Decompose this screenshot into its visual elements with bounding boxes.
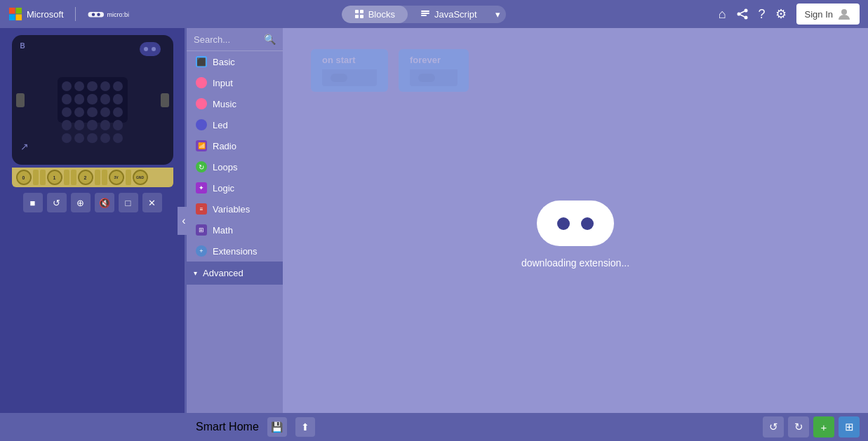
home-button[interactable]: ⌂	[719, 7, 726, 22]
sidebar-item-extensions[interactable]: + Extensions	[187, 240, 283, 262]
svg-text:micro:bit: micro:bit	[107, 11, 129, 18]
pin-2[interactable]: 2	[78, 170, 93, 185]
svg-line-18	[740, 11, 745, 13]
led-2-3	[100, 107, 110, 117]
pin-3v[interactable]: 3V	[109, 170, 124, 185]
pin-gnd-label: GND	[136, 175, 144, 179]
sidebar-item-math-label: Math	[213, 225, 233, 236]
sidebar-collapse-button[interactable]: ‹	[178, 207, 190, 235]
bottom-bar: Smart Home 💾 ⬆ ↺ ↻ + ⊞	[0, 413, 868, 441]
sidebar-item-music[interactable]: Music	[187, 93, 283, 114]
sidebar-item-input[interactable]: Input	[187, 72, 283, 93]
led-1-0	[62, 94, 72, 104]
search-area: 🔍	[187, 28, 283, 51]
button-b[interactable]	[161, 93, 169, 107]
svg-rect-8	[355, 10, 359, 13]
blocks-label: Blocks	[368, 9, 395, 20]
extensions-icon: +	[196, 245, 207, 257]
svg-rect-4	[88, 12, 104, 18]
pin-1-label: 1	[53, 175, 56, 180]
stop-button[interactable]: ■	[23, 193, 43, 212]
pin-1[interactable]: 1	[47, 170, 62, 185]
svg-rect-13	[421, 15, 427, 16]
music-icon	[196, 98, 207, 109]
led-4-4	[113, 133, 123, 143]
sidebar-item-math[interactable]: ⊞ Math	[187, 219, 283, 240]
search-icon: 🔍	[264, 34, 276, 45]
led-4-1	[74, 133, 84, 143]
logo-eye-right	[152, 47, 156, 51]
radio-icon: 📶	[196, 140, 207, 151]
javascript-mode-button[interactable]: JavaScript	[408, 6, 490, 23]
pin-small-7	[126, 170, 131, 185]
pin-strip: 0 1 2 3V GND	[12, 168, 173, 187]
sidebar-item-input-label: Input	[213, 78, 233, 88]
input-icon	[196, 77, 207, 88]
debug-button[interactable]: ⊕	[71, 193, 91, 212]
mute-button[interactable]: 🔇	[95, 193, 114, 212]
microbit-right-buttons	[161, 93, 169, 107]
sidebar-item-advanced[interactable]: ▾ Advanced	[187, 262, 283, 285]
pin-0[interactable]: 0	[16, 170, 32, 185]
pin-gnd[interactable]: GND	[133, 170, 148, 185]
sidebar-item-basic[interactable]: ⬛ Basic	[187, 51, 283, 72]
sidebar-item-basic-label: Basic	[213, 57, 235, 67]
project-save-button[interactable]: 💾	[267, 417, 287, 437]
mode-switcher-area: Blocks JavaScript ▾	[136, 6, 712, 23]
svg-point-20	[841, 9, 847, 15]
close-sim-button[interactable]: ✕	[142, 193, 162, 212]
pin-small-6	[102, 170, 107, 185]
loading-eye-right	[581, 217, 594, 230]
settings-button[interactable]: ⚙	[775, 6, 787, 22]
svg-point-15	[744, 9, 747, 13]
pin-3v-label: 3V	[114, 175, 118, 179]
search-input[interactable]	[194, 34, 260, 45]
restart-button[interactable]: ↺	[47, 193, 67, 212]
svg-rect-1	[15, 8, 22, 14]
sidebar-item-loops[interactable]: ↻ Loops	[187, 156, 283, 177]
svg-rect-3	[15, 14, 22, 20]
sidebar-item-variables[interactable]: ≡ Variables	[187, 198, 283, 219]
blocks-mode-button[interactable]: Blocks	[342, 6, 408, 23]
led-icon	[196, 119, 207, 130]
zoom-in-button[interactable]: +	[813, 416, 834, 437]
svg-point-17	[744, 16, 747, 20]
svg-point-6	[97, 13, 100, 17]
svg-rect-11	[360, 15, 363, 18]
help-button[interactable]: ?	[759, 7, 766, 22]
led-0-0	[62, 81, 72, 91]
sidebar-item-logic[interactable]: ✦ Logic	[187, 177, 283, 198]
microsoft-label: Microsoft	[27, 9, 64, 20]
project-share-button[interactable]: ⬆	[295, 417, 315, 437]
pin-small-3	[64, 170, 69, 185]
pin-small-2	[40, 170, 46, 185]
redo-button[interactable]: ↻	[788, 416, 809, 437]
sidebar-item-radio-label: Radio	[213, 141, 236, 151]
signin-label: Sign In	[805, 9, 833, 20]
pin-small-5	[95, 170, 100, 185]
screenshot-button[interactable]: □	[119, 193, 138, 212]
signin-button[interactable]: Sign In	[796, 4, 860, 25]
led-4-2	[87, 133, 97, 143]
share-button[interactable]	[736, 8, 749, 20]
microbit-logo-device	[140, 42, 161, 56]
mode-dropdown-button[interactable]: ▾	[490, 6, 506, 23]
sidebar-item-led[interactable]: Led	[187, 114, 283, 135]
svg-line-19	[740, 15, 745, 17]
javascript-label: JavaScript	[434, 9, 477, 20]
zoom-out-button[interactable]: ⊞	[839, 416, 860, 437]
led-4-0	[62, 133, 72, 143]
block-workspace[interactable]: on start forever downloading extension..…	[283, 28, 868, 441]
sidebar-item-radio[interactable]: 📶 Radio	[187, 135, 283, 156]
undo-button[interactable]: ↺	[763, 416, 784, 437]
pin-small-1	[33, 170, 39, 185]
topnav-right-icons: ⌂ ? ⚙ Sign In	[719, 4, 860, 25]
sidebar-item-extensions-label: Extensions	[213, 246, 258, 257]
simulator-controls: ■ ↺ ⊕ 🔇 □ ✕	[18, 187, 168, 218]
svg-rect-10	[355, 15, 359, 18]
button-a[interactable]	[16, 93, 25, 107]
led-3-1	[74, 120, 84, 130]
mode-switcher: Blocks JavaScript ▾	[342, 6, 506, 23]
microsoft-logo: Microsoft	[8, 7, 64, 21]
svg-point-5	[91, 13, 95, 17]
